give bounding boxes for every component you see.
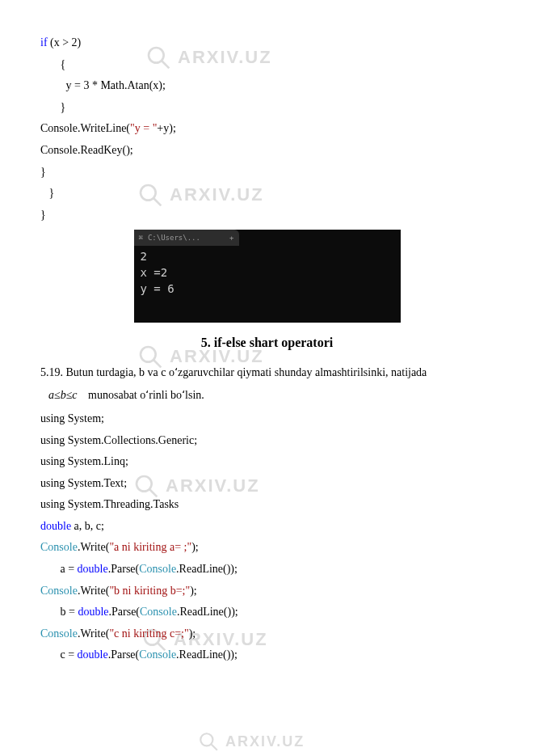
code-line: Console.WriteLine("y = "+y); [40, 118, 494, 140]
type-console: Console [140, 606, 177, 618]
code-text: .ReadLine()); [176, 648, 238, 661]
code-line: y = 3 * Math.Atan(x); [40, 75, 494, 97]
code-text: +y); [157, 122, 175, 134]
code-line: Console.Write("c ni kiriting c=;"); [40, 623, 494, 645]
code-line: } [40, 205, 494, 226]
terminal-tab-title: C:\Users\... [148, 231, 200, 245]
code-line: if (x > 2) [40, 32, 494, 54]
code-text: a = [40, 563, 78, 575]
code-text: Console.WriteLine( [40, 122, 130, 134]
terminal-line: x =2 [141, 265, 394, 281]
code-line: c = double.Parse(Console.ReadLine()); [40, 644, 494, 666]
code-text: b = [40, 606, 78, 618]
string-literal: "b ni kiriting b=;" [109, 585, 190, 597]
type-console: Console [40, 541, 78, 553]
inequality-formula: a≤b≤c [40, 389, 86, 401]
type-console: Console [40, 627, 78, 640]
code-line: { [40, 54, 494, 76]
code-line: using System.Linq; [40, 451, 494, 473]
code-text: .Write( [78, 541, 109, 553]
task-text: 5.19. Butun turdagia, b va c oʻzgaruvchi… [40, 366, 427, 378]
magnifier-icon [198, 731, 219, 752]
code-line: } [40, 97, 494, 119]
code-text: .ReadLine()); [176, 563, 238, 575]
code-text: ); [190, 585, 197, 597]
code-text: .Write( [78, 627, 109, 640]
code-line: using System.Collections.Generic; [40, 430, 494, 452]
code-line: double a, b, c; [40, 516, 494, 538]
type-console: Console [139, 648, 176, 661]
code-text: .Parse( [108, 563, 140, 575]
code-text: .Write( [78, 585, 109, 597]
code-line: } [40, 162, 494, 184]
terminal-window: ⌘ C:\Users\... + 2 x =2 y = 6 [134, 230, 401, 323]
code-text: (x > 2) [48, 36, 82, 49]
code-text: .Parse( [108, 648, 140, 661]
string-literal: "c ni kiriting c=;" [109, 627, 188, 640]
code-line: Console.Write("b ni kiriting b=;"); [40, 581, 494, 602]
terminal-body: 2 x =2 y = 6 [134, 246, 401, 300]
task-suffix: munosabat oʻrinli boʻlsin. [86, 389, 204, 401]
keyword-double: double [78, 648, 108, 661]
terminal-tab: ⌘ C:\Users\... + [134, 230, 239, 246]
terminal-line: y = 6 [141, 281, 394, 298]
code-line: using System; [40, 408, 494, 430]
code-line: a = double.Parse(Console.ReadLine()); [40, 559, 494, 581]
section-heading: 5. if-else shart operatori [40, 331, 494, 355]
task-paragraph-line2: a≤b≤c munosabat oʻrinli boʻlsin. [40, 385, 494, 407]
watermark-text: ARXIV.UZ [225, 728, 305, 755]
code-text: .Parse( [109, 606, 141, 618]
code-text: .ReadLine()); [177, 606, 238, 618]
code-line: b = double.Parse(Console.ReadLine()); [40, 602, 494, 623]
svg-line-11 [211, 744, 217, 750]
code-text: c = [40, 648, 78, 661]
code-line: } [40, 183, 494, 205]
string-literal: "a ni kiriting a= ;" [109, 541, 191, 553]
type-console: Console [139, 563, 176, 575]
code-text: ); [189, 627, 196, 640]
terminal-line: 2 [141, 249, 394, 265]
code-line: Console.ReadKey(); [40, 140, 494, 162]
terminal-tab-plus: + [229, 231, 233, 245]
keyword-double: double [78, 606, 108, 618]
svg-point-10 [200, 733, 212, 745]
type-console: Console [40, 585, 78, 597]
code-line: Console.Write("a ni kiriting a= ;"); [40, 537, 494, 559]
terminal-icon: ⌘ [139, 231, 143, 245]
keyword-double: double [40, 520, 71, 532]
page-content: if (x > 2) { y = 3 * Math.Atan(x); } Con… [40, 32, 494, 666]
watermark: ARXIV.UZ [198, 728, 305, 755]
code-line: using System.Threading.Tasks [40, 494, 494, 516]
string-literal: "y = " [130, 122, 157, 134]
code-line: using System.Text; [40, 473, 494, 495]
code-text: a, b, c; [71, 520, 104, 532]
task-paragraph: 5.19. Butun turdagia, b va c oʻzgaruvchi… [40, 362, 494, 384]
keyword-double: double [78, 563, 108, 575]
code-text: ); [191, 541, 199, 553]
keyword-if: if [40, 36, 48, 49]
